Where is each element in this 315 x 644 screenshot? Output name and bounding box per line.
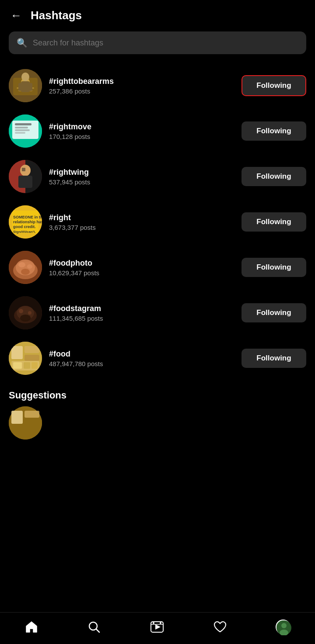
svg-point-55 (160, 622, 161, 624)
search-bar: 🔍 (9, 31, 306, 54)
avatar-3[interactable] (9, 160, 42, 193)
hashtag-info-1: #righttobeararms 257,386 posts (49, 77, 234, 95)
svg-point-35 (19, 309, 23, 313)
hashtag-name-4: #right (49, 213, 234, 222)
suggestions-title: Suggestions (0, 385, 315, 406)
avatar-4[interactable]: SOMEONE in the relationship has good cre… (9, 205, 42, 239)
svg-line-50 (96, 629, 99, 632)
svg-marker-52 (155, 624, 161, 630)
svg-rect-14 (15, 132, 25, 134)
hashtag-item-4: SOMEONE in the relationship has good cre… (0, 199, 315, 245)
svg-rect-44 (24, 362, 30, 369)
hashtag-posts-7: 487,947,780 posts (49, 360, 234, 367)
search-input[interactable] (33, 38, 298, 48)
hashtag-item-1: #righttobeararms 257,386 posts Following (0, 63, 315, 108)
hashtag-name-6: #foodstagram (49, 304, 234, 313)
svg-rect-12 (15, 127, 28, 128)
svg-point-5 (21, 73, 29, 81)
svg-point-36 (28, 311, 32, 315)
suggestion-avatar-1[interactable] (9, 406, 42, 440)
hashtag-item-7: #food 487,947,780 posts Following (0, 336, 315, 381)
hashtag-name-3: #rightwing (49, 168, 234, 177)
profile-avatar[interactable] (276, 620, 290, 634)
hashtag-item-5: #foodphoto 10,629,347 posts Following (0, 245, 315, 290)
hashtag-item-2: #rightmove 170,128 posts Following (0, 108, 315, 154)
nav-profile[interactable] (270, 618, 296, 636)
hashtag-name-1: #righttobeararms (49, 77, 234, 86)
nav-home[interactable] (19, 618, 44, 636)
reels-icon (150, 620, 164, 634)
heart-icon (213, 620, 227, 634)
svg-rect-11 (15, 123, 32, 125)
avatar-1[interactable] (9, 69, 42, 102)
svg-point-29 (18, 262, 25, 267)
page-title: Hashtags (31, 9, 82, 22)
nav-reels[interactable] (145, 618, 169, 636)
hashtag-info-7: #food 487,947,780 posts (49, 350, 234, 367)
avatar-6[interactable] (9, 296, 42, 329)
following-button-2[interactable]: Following (242, 121, 306, 141)
svg-text:Sign/if/i/can't.: Sign/if/i/can't. (13, 230, 36, 234)
hashtag-info-5: #foodphoto 10,629,347 posts (49, 259, 234, 277)
search-icon: 🔍 (17, 38, 28, 48)
hashtag-posts-3: 537,945 posts (49, 178, 234, 186)
svg-rect-45 (32, 362, 38, 369)
svg-point-37 (20, 315, 31, 322)
hashtag-item-6: #foodstagram 111,345,685 posts Following (0, 290, 315, 336)
hashtag-name-7: #food (49, 350, 234, 359)
bottom-nav (0, 612, 315, 644)
svg-point-57 (281, 623, 287, 628)
svg-point-31 (21, 269, 30, 275)
svg-text:relationship has: relationship has (13, 220, 42, 224)
svg-rect-41 (24, 355, 39, 361)
svg-text:SOMEONE in the: SOMEONE in the (13, 215, 42, 219)
search-container: 🔍 (0, 27, 315, 63)
svg-rect-7 (18, 83, 23, 91)
back-button[interactable]: ← (9, 8, 24, 23)
hashtag-posts-1: 257,386 posts (49, 87, 234, 95)
svg-rect-40 (24, 346, 39, 353)
hashtag-name-2: #rightmove (49, 122, 234, 132)
hashtag-info-3: #rightwing 537,945 posts (49, 168, 234, 186)
hashtag-info-4: #right 3,673,377 posts (49, 213, 234, 231)
svg-rect-47 (11, 411, 23, 424)
hashtag-posts-4: 3,673,377 posts (49, 224, 234, 231)
hashtag-item-3: #rightwing 537,945 posts Following (0, 154, 315, 199)
svg-text:good credit.: good credit. (13, 225, 36, 229)
nav-search[interactable] (82, 618, 106, 636)
search-nav-icon (87, 620, 101, 634)
avatar-5[interactable] (9, 251, 42, 284)
hashtag-list: #righttobeararms 257,386 posts Following… (0, 63, 315, 385)
svg-rect-13 (15, 129, 30, 131)
avatar-7[interactable] (9, 342, 42, 375)
svg-point-30 (27, 264, 32, 269)
hashtag-posts-2: 170,128 posts (49, 133, 234, 140)
svg-rect-48 (24, 411, 39, 418)
nav-likes[interactable] (208, 618, 232, 636)
following-button-7[interactable]: Following (242, 349, 306, 368)
svg-point-54 (153, 622, 154, 624)
home-icon (24, 620, 38, 634)
svg-rect-8 (28, 83, 32, 91)
following-button-3[interactable]: Following (242, 167, 306, 186)
svg-rect-18 (18, 176, 32, 188)
hashtag-posts-6: 111,345,685 posts (49, 315, 234, 322)
svg-rect-39 (11, 346, 23, 359)
svg-rect-43 (13, 362, 22, 369)
hashtag-info-6: #foodstagram 111,345,685 posts (49, 304, 234, 322)
hashtag-posts-5: 10,629,347 posts (49, 269, 234, 277)
following-button-5[interactable]: Following (242, 258, 306, 277)
header: ← Hashtags (0, 0, 315, 27)
svg-rect-19 (22, 168, 25, 171)
following-button-4[interactable]: Following (242, 212, 306, 232)
hashtag-name-5: #foodphoto (49, 259, 234, 268)
following-button-1[interactable]: Following (242, 75, 306, 96)
hashtag-info-2: #rightmove 170,128 posts (49, 122, 234, 140)
avatar-2[interactable] (9, 114, 42, 148)
suggestions-preview (0, 406, 315, 440)
following-button-6[interactable]: Following (242, 303, 306, 322)
